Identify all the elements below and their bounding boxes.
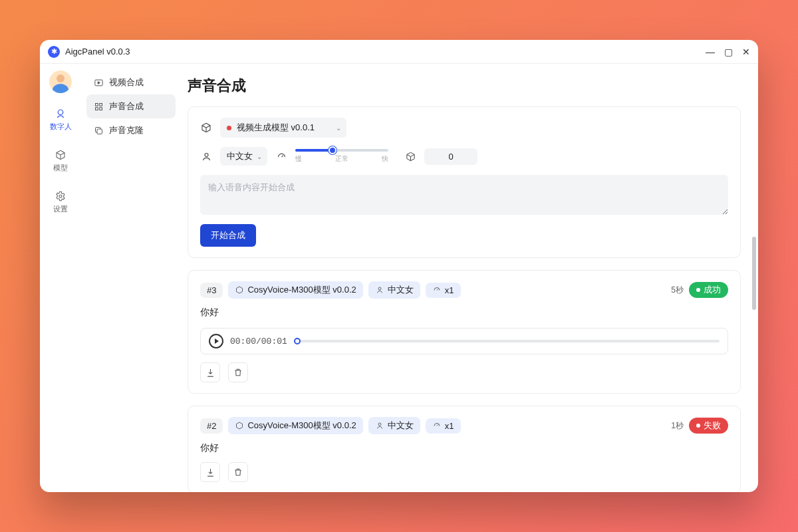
status-dot-icon [227,126,231,130]
speed-icon [275,150,287,162]
svg-point-10 [378,423,381,426]
timecode: 00:00/00:01 [230,336,287,346]
dot-icon [696,288,700,292]
status-badge: 失败 [689,418,728,434]
gear-icon [55,190,66,202]
app-icon: ✱ [48,46,60,58]
svg-rect-4 [99,103,102,106]
rail-item-settings[interactable]: 设置 [40,188,81,217]
cube-icon [404,150,416,162]
content-textarea[interactable] [200,175,728,215]
subnav-item-voice-clone[interactable]: 声音克隆 [86,118,176,142]
cube-icon [235,285,244,295]
start-synth-button[interactable]: 开始合成 [200,224,256,247]
speed-icon [432,421,442,430]
svg-point-1 [59,195,62,198]
svg-point-0 [58,110,63,115]
entry-speed-pill: x1 [426,283,461,298]
synth-form-card: 视频生成模型 v0.0.1 ⌄ 中文女 ⌄ [188,106,741,258]
svg-rect-7 [97,129,102,134]
subnav-item-audio-synth[interactable]: 声音合成 [86,94,176,118]
rail-item-model[interactable]: 模型 [40,146,81,176]
avatar[interactable] [49,70,72,93]
clone-icon [93,125,104,136]
cube-icon [200,122,212,134]
status-badge: 成功 [689,282,728,298]
person-icon [375,421,384,430]
window-minimize-button[interactable]: — [706,47,715,57]
window-maximize-button[interactable]: ▢ [724,47,733,57]
app-title: AigcPanel v0.0.3 [65,47,130,57]
subnav: 视频合成 声音合成 声音克隆 [81,64,181,492]
cube-icon [235,421,244,430]
seed-field[interactable]: 0 [424,148,477,165]
download-button[interactable] [200,462,220,482]
voice-select[interactable]: 中文女 ⌄ [220,147,267,166]
ai-head-icon [55,108,66,120]
chevron-down-icon: ⌄ [336,124,341,132]
rail-item-digital-human[interactable]: 数字人 [40,105,81,134]
titlebar: ✱ AigcPanel v0.0.3 — ▢ ✕ [40,40,758,64]
entry-duration: 1秒 [671,420,684,432]
chevron-down-icon: ⌄ [257,153,262,160]
entry-id-pill: #2 [200,418,223,434]
audio-player: 00:00/00:01 [200,328,728,354]
video-icon [93,77,104,88]
svg-point-9 [378,287,381,290]
svg-rect-6 [99,107,102,110]
delete-button[interactable] [228,362,248,382]
speed-slider[interactable]: 慢 正常 快 [295,149,388,164]
scrollbar[interactable] [752,237,756,310]
page-title: 声音合成 [188,76,741,96]
play-button[interactable] [209,334,223,348]
result-card: #3 CosyVoice-M300模型 v0.0.2 中文女 x1 5秒 [188,270,741,394]
svg-point-8 [205,153,208,156]
model-select[interactable]: 视频生成模型 v0.0.1 ⌄ [220,118,346,138]
entry-voice-pill: 中文女 [368,417,420,434]
result-card: #2 CosyVoice-M300模型 v0.0.2 中文女 x1 1秒 [188,406,741,492]
person-icon [200,150,212,162]
entry-voice-pill: 中文女 [368,281,420,299]
delete-button[interactable] [228,462,248,482]
entry-model-pill: CosyVoice-M300模型 v0.0.2 [228,417,362,434]
entry-text: 你好 [200,442,728,454]
entry-speed-pill: x1 [426,418,461,434]
svg-rect-3 [95,103,98,106]
nav-rail: 数字人 模型 设置 [40,64,81,492]
entry-duration: 5秒 [671,285,684,296]
app-window: ✱ AigcPanel v0.0.3 — ▢ ✕ 数字人 模型 [40,40,758,492]
svg-rect-5 [95,107,98,110]
entry-model-pill: CosyVoice-M300模型 v0.0.2 [228,281,362,299]
window-close-button[interactable]: ✕ [742,47,750,57]
main-content: 声音合成 视频生成模型 v0.0.1 ⌄ [181,64,758,492]
speed-icon [432,285,442,295]
audio-progress[interactable] [294,340,720,342]
cube-icon [55,149,66,161]
download-button[interactable] [200,362,220,382]
audio-icon [93,101,104,112]
dot-icon [696,424,700,428]
person-icon [375,285,384,295]
entry-text: 你好 [200,307,728,319]
entry-id-pill: #3 [200,283,223,298]
subnav-item-video-synth[interactable]: 视频合成 [86,70,176,94]
